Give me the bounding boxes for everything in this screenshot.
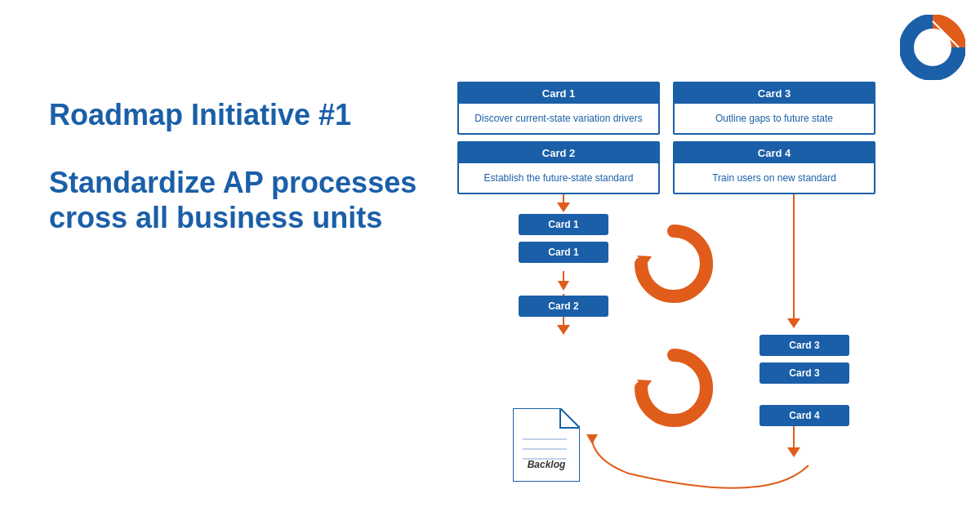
top-card-2: Card 2 Establish the future-state standa… xyxy=(457,141,660,194)
svg-marker-4 xyxy=(557,325,570,335)
flow-card-1a: Card 1 xyxy=(519,214,608,235)
top-card-3-header: Card 3 xyxy=(675,83,874,104)
backlog-doc-svg xyxy=(513,408,580,482)
svg-marker-6 xyxy=(787,318,800,328)
sprint2-text: Sprint 2 xyxy=(652,379,697,389)
flow-card-3b: Card 3 xyxy=(760,362,849,384)
top-card-1-body: Discover current-state variation drivers xyxy=(459,104,658,133)
sprint2-container: Sprint 2 xyxy=(629,343,719,436)
initiative-subtitle: Standardize AP processes cross all busin… xyxy=(49,165,441,235)
svg-marker-9 xyxy=(787,447,800,457)
left-content: Roadmap Initiative #1 Standardize AP pro… xyxy=(49,98,441,235)
top-card-3-body: Outline gaps to future state xyxy=(675,104,874,133)
sprint1-container: Sprint 1 Sprint 1 xyxy=(629,219,719,312)
sprint1-text: Sprint 1 xyxy=(652,255,697,265)
flow-card-3a: Card 3 xyxy=(760,335,849,356)
top-card-3: Card 3 Outline gaps to future state xyxy=(673,82,875,135)
left-flow-cards: Card 1 Card 1 Card 2 xyxy=(519,214,608,320)
backlog-label: Backlog xyxy=(513,459,580,470)
diagram-area: Card 1 Discover current-state variation … xyxy=(457,65,964,506)
top-card-1: Card 1 Discover current-state variation … xyxy=(457,82,660,135)
flow-card-4: Card 4 xyxy=(760,405,849,426)
top-card-4-header: Card 4 xyxy=(675,143,874,163)
top-cards-grid: Card 1 Discover current-state variation … xyxy=(457,82,898,194)
flow-card-1b: Card 1 xyxy=(519,242,608,263)
top-card-2-header: Card 2 xyxy=(459,143,658,163)
backlog-document: Backlog xyxy=(513,408,580,482)
svg-marker-12 xyxy=(513,408,580,482)
top-card-1-header: Card 1 xyxy=(459,83,658,104)
top-card-2-body: Establish the future-state standard xyxy=(459,163,658,193)
flow-card-2: Card 2 xyxy=(519,296,608,317)
svg-marker-2 xyxy=(557,202,570,212)
top-card-4: Card 4 Train users on new standard xyxy=(673,141,875,194)
initiative-title: Roadmap Initiative #1 xyxy=(49,98,441,132)
svg-marker-7 xyxy=(586,434,598,444)
right-flow-cards: Card 3 Card 3 Card 4 xyxy=(760,335,849,429)
top-card-4-body: Train users on new standard xyxy=(675,163,874,193)
